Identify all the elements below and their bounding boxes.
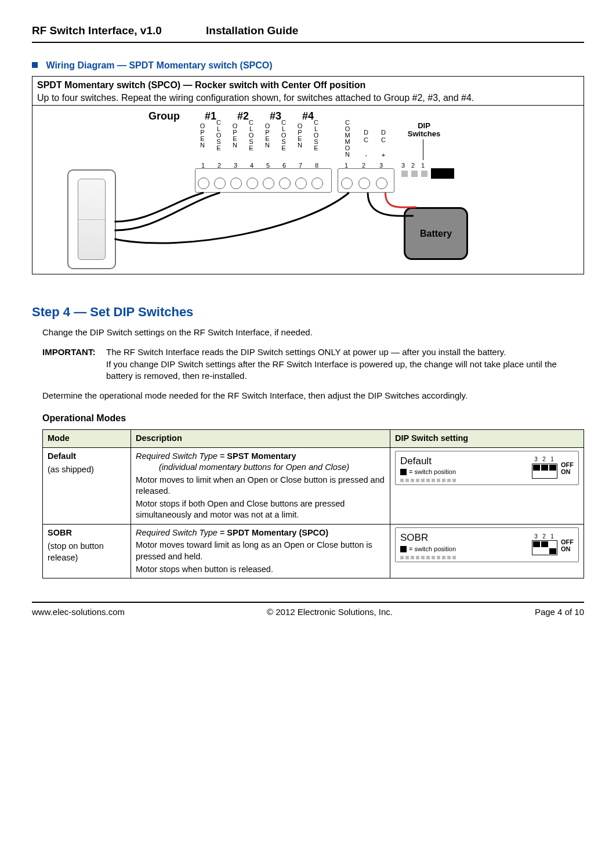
desc-a: Motor moves toward limit as long as an O… bbox=[136, 540, 385, 562]
offon-labels: OFFON bbox=[561, 461, 574, 475]
important-body: The RF Switch Interface reads the DIP Sw… bbox=[106, 346, 584, 382]
square-icon bbox=[400, 546, 407, 552]
modes-table: Mode Description DIP Switch setting Defa… bbox=[42, 429, 584, 578]
group-1: #1 bbox=[205, 109, 216, 123]
wiring-heading-text: Wiring Diagram — SPDT Momentary switch (… bbox=[46, 60, 272, 70]
board-dots bbox=[400, 556, 526, 559]
pin-label-1: OPEN bbox=[200, 123, 205, 149]
step4-determine: Determine the operational mode needed fo… bbox=[42, 390, 584, 402]
dip-pad-2 bbox=[411, 171, 418, 177]
dip-num-2: 2 bbox=[409, 161, 417, 170]
dip-nums: 321 bbox=[532, 455, 557, 464]
desc-cell: Required Switch Type = SPST Momentary(in… bbox=[131, 447, 390, 524]
group-4: #4 bbox=[302, 109, 314, 123]
mode-cell: Default(as shipped) bbox=[43, 447, 131, 524]
dip-pad-3 bbox=[401, 171, 408, 177]
rocker-switch bbox=[67, 169, 116, 269]
wiring-heading: Wiring Diagram — SPDT Momentary switch (… bbox=[32, 59, 584, 72]
wiring-panel-sub: Up to four switches. Repeat the wiring c… bbox=[37, 92, 579, 104]
bullet-icon bbox=[32, 62, 38, 68]
term8-num-5: 5 bbox=[264, 161, 272, 170]
common-label: COMMON bbox=[345, 120, 350, 158]
term8-num-7: 7 bbox=[296, 161, 305, 170]
req-line: Required Switch Type = bbox=[136, 451, 227, 461]
term8-num-3: 3 bbox=[231, 161, 240, 170]
pin-label-5: OPEN bbox=[264, 123, 270, 149]
th-dip: DIP Switch setting bbox=[390, 429, 584, 447]
dip-num-1: 1 bbox=[419, 161, 427, 170]
dip-name: Default bbox=[400, 455, 526, 468]
dip-setting-card: SOBR= switch position321OFFON bbox=[395, 527, 579, 562]
mode-title: SOBR bbox=[48, 528, 72, 537]
doc-type: Installation Guide bbox=[206, 23, 584, 38]
desc-b: Motor stops if both Open and Close butto… bbox=[136, 498, 385, 521]
term8-num-6: 6 bbox=[280, 161, 288, 170]
dip-name: SOBR bbox=[400, 531, 526, 545]
th-mode: Mode bbox=[43, 429, 131, 447]
term8-num-8: 8 bbox=[313, 161, 321, 170]
pin-label-4: CLOSE bbox=[248, 120, 254, 151]
board-dots bbox=[400, 479, 526, 482]
footer-page: Page 4 of 10 bbox=[535, 606, 584, 618]
dip-main-block bbox=[431, 168, 454, 179]
dcminus-label: DC- bbox=[363, 129, 369, 159]
dip-legend: = switch position bbox=[400, 468, 526, 476]
term3-num-1: 1 bbox=[342, 161, 350, 170]
page-footer: www.elec-solutions.com © 2012 Electronic… bbox=[32, 606, 584, 618]
req-type: SPDT Momentary (SPCO) bbox=[227, 528, 328, 537]
req-type: SPST Momentary bbox=[227, 451, 296, 461]
dip-pad-1 bbox=[421, 171, 427, 177]
footer-url: www.elec-solutions.com bbox=[32, 606, 125, 618]
mode-sub: (stop on button release) bbox=[48, 541, 126, 563]
mode-sub: (as shipped) bbox=[48, 464, 126, 476]
term8-num-4: 4 bbox=[248, 161, 256, 170]
rocker-paddle bbox=[78, 179, 106, 260]
battery: Battery bbox=[404, 207, 468, 260]
table-header-row: Mode Description DIP Switch setting bbox=[43, 429, 584, 447]
dip-num-3: 3 bbox=[399, 161, 407, 170]
dip-switches-label: DIPSwitches bbox=[404, 122, 444, 138]
important-label: IMPORTANT: bbox=[42, 346, 106, 382]
pin-label-6: CLOSE bbox=[281, 120, 287, 151]
term8-num-1: 1 bbox=[199, 161, 207, 170]
wiring-panel: SPDT Momentary switch (SPCO) — Rocker sw… bbox=[32, 76, 584, 274]
mode-cell: SOBR(stop on button release) bbox=[43, 524, 131, 578]
pin-label-7: OPEN bbox=[297, 123, 303, 149]
table-row: Default(as shipped)Required Switch Type … bbox=[43, 447, 584, 524]
term8-num-2: 2 bbox=[215, 161, 223, 170]
pin-label-3: OPEN bbox=[232, 123, 238, 149]
header-rule bbox=[32, 42, 584, 43]
wiring-panel-body: Group #1 #2 #3 #4 OPENCLOSEOPENCLOSEOPEN… bbox=[32, 106, 584, 274]
term3-num-3: 3 bbox=[377, 161, 385, 170]
dip-grid bbox=[532, 464, 557, 479]
group-2: #2 bbox=[237, 109, 249, 123]
dip-legend: = switch position bbox=[400, 545, 526, 554]
desc-cell: Required Switch Type = SPDT Momentary (S… bbox=[131, 524, 390, 578]
step4-title: Step 4 — Set DIP Switches bbox=[32, 303, 584, 321]
dip-cell: SOBR= switch position321OFFON bbox=[390, 524, 584, 578]
wiring-panel-head: SPDT Momentary switch (SPCO) — Rocker sw… bbox=[32, 77, 584, 106]
desc-a: Motor moves to limit when an Open or Clo… bbox=[136, 475, 385, 497]
important-row: IMPORTANT: The RF Switch Interface reads… bbox=[42, 346, 584, 382]
mode-title: Default bbox=[48, 451, 76, 461]
table-row: SOBR(stop on button release)Required Swi… bbox=[43, 524, 584, 578]
th-desc: Description bbox=[131, 429, 390, 447]
req-line: Required Switch Type = bbox=[136, 528, 227, 537]
dip-grid bbox=[532, 540, 557, 555]
req-sub: (individual momentary buttons for Open a… bbox=[159, 462, 349, 472]
dip-setting-card: Default= switch position321OFFON bbox=[395, 451, 579, 486]
offon-labels: OFFON bbox=[561, 538, 574, 552]
pin-label-8: CLOSE bbox=[313, 120, 319, 151]
footer-rule bbox=[32, 602, 584, 603]
group-label: Group bbox=[148, 109, 180, 123]
modes-heading: Operational Modes bbox=[42, 412, 584, 425]
square-icon bbox=[400, 469, 407, 475]
dip-cell: Default= switch position321OFFON bbox=[390, 447, 584, 524]
step4-intro: Change the DIP Switch settings on the RF… bbox=[42, 327, 584, 338]
dcplus-label: DC+ bbox=[381, 129, 386, 159]
group-3: #3 bbox=[270, 109, 281, 123]
dip-pointer-line bbox=[423, 139, 423, 160]
dip-nums: 321 bbox=[532, 533, 557, 541]
footer-copyright: © 2012 Electronic Solutions, Inc. bbox=[267, 606, 393, 618]
product-name: RF Switch Interface, v1.0 bbox=[32, 23, 206, 38]
